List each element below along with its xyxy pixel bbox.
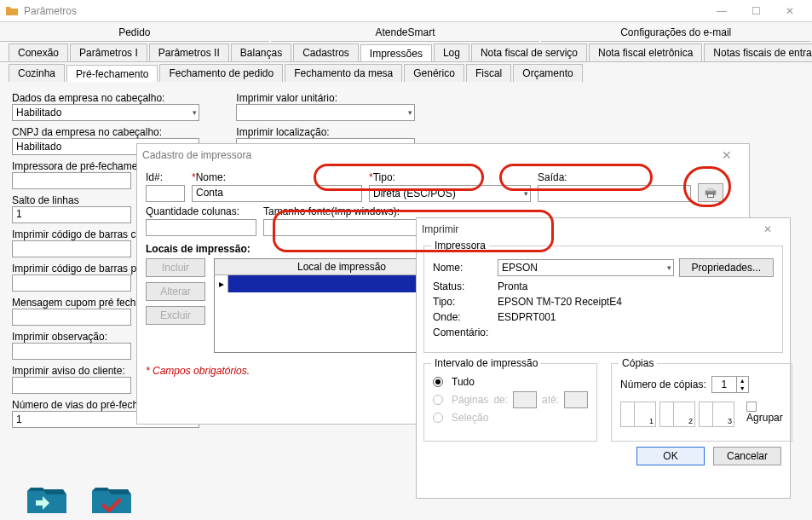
cnpj-cab-label: CNPJ da empresa no cabeçalho: <box>12 126 216 138</box>
copias-legend: Cópias <box>619 357 657 369</box>
tab-config-email[interactable]: Configurações do e-mail <box>541 24 810 42</box>
tab-generico[interactable]: Genérico <box>404 64 464 82</box>
imp-loc-label: Imprimir localização: <box>236 126 432 138</box>
msg-cupom-input[interactable] <box>12 309 131 326</box>
imp-valor-label: Imprimir valor unitário: <box>236 92 432 104</box>
tab-fechpedido[interactable]: Fechamento de pedido <box>159 64 283 82</box>
tabs-row2: Conexão Parâmetros I Parâmetros II Balan… <box>0 42 812 62</box>
tipo-label: Tipo: <box>433 296 492 308</box>
radio-paginas[interactable] <box>433 395 443 405</box>
radio-tudo[interactable] <box>433 377 443 387</box>
tab-param2[interactable]: Parâmetros II <box>149 43 229 61</box>
nome-label: Nome: <box>433 262 492 274</box>
imp-cod-cu-input[interactable] <box>12 240 131 257</box>
svg-rect-1 <box>707 188 713 192</box>
footer-icons <box>26 484 133 515</box>
coment-label: Comentário: <box>433 326 492 338</box>
salto-input[interactable]: 1 <box>12 206 131 223</box>
chevron-down-icon: ▾ <box>524 189 528 198</box>
save-folder-icon[interactable] <box>26 484 68 515</box>
tipo-select[interactable]: Direta (ESC/POS)▾ <box>369 185 531 202</box>
chevron-down-icon: ▾ <box>193 108 197 117</box>
imp-cod-pr-input[interactable] <box>12 274 131 292</box>
numcop-input[interactable]: 1 ▲▼ <box>711 376 749 393</box>
cancel-button[interactable]: Cancelar <box>713 447 781 465</box>
printer-select[interactable]: EPSON▾ <box>498 259 674 276</box>
print-dialog: Imprimir ✕ Impressora Nome: EPSON▾ Propr… <box>416 217 791 499</box>
spin-up-icon[interactable]: ▲ <box>736 377 748 384</box>
tab-prefechamento[interactable]: Pré-fechamento <box>66 65 158 82</box>
tipo-label: *Tipo: <box>369 171 531 183</box>
tab-pedido[interactable]: Pedido <box>0 24 269 42</box>
onde-label: Onde: <box>433 311 492 323</box>
page-icon: 1 <box>634 402 656 427</box>
tab-cadastros[interactable]: Cadastros <box>293 43 359 61</box>
saida-label: Saída: <box>538 171 691 183</box>
tab-fiscal[interactable]: Fiscal <box>466 64 511 82</box>
alterar-button[interactable]: Alterar <box>146 282 205 301</box>
de-input <box>513 391 537 408</box>
copies-icons: 1 1 2 2 3 3 <box>620 402 734 427</box>
cadastro-title: Cadastro de impressora <box>142 149 710 161</box>
tab-nfentrada[interactable]: Notas fiscais de entrada <box>704 43 812 61</box>
maximize-button[interactable]: ☐ <box>739 1 773 21</box>
radio-selecao[interactable] <box>433 413 443 423</box>
tab-impressoes[interactable]: Impressões <box>360 44 432 61</box>
tab-atendesmart[interactable]: AtendeSmart <box>271 24 540 42</box>
top-tabs: Pedido AtendeSmart Configurações do e-ma… <box>0 22 812 42</box>
cadastro-titlebar: Cadastro de impressora ✕ <box>137 144 749 166</box>
excluir-button[interactable]: Excluir <box>146 306 205 325</box>
main-title: Parâmetros <box>24 5 705 17</box>
tab-balancas[interactable]: Balanças <box>231 43 291 61</box>
print-titlebar: Imprimir ✕ <box>417 218 790 240</box>
chevron-down-icon: ▾ <box>667 263 671 272</box>
saida-input[interactable] <box>538 185 691 202</box>
id-input[interactable] <box>146 185 185 202</box>
properties-button[interactable]: Propriedades... <box>679 258 774 277</box>
chevron-down-icon: ▾ <box>408 108 412 117</box>
copias-group: Cópias Número de cópias: 1 ▲▼ 1 1 2 2 3 … <box>611 363 792 442</box>
imp-valor-select[interactable]: ▾ <box>236 104 415 121</box>
spin-down-icon[interactable]: ▼ <box>736 384 748 392</box>
print-title: Imprimir <box>422 223 751 235</box>
tabs-row3: Cozinha Pré-fechamento Fechamento de ped… <box>0 62 812 82</box>
print-close-button[interactable]: ✕ <box>751 219 785 240</box>
imp-obs-input[interactable] <box>12 343 131 360</box>
tab-fechmesa[interactable]: Fechamento da mesa <box>285 64 402 82</box>
tab-param1[interactable]: Parâmetros I <box>70 43 147 61</box>
nome-input[interactable]: Conta <box>192 185 362 202</box>
tab-nfe[interactable]: Nota fiscal eletrônica <box>589 43 702 61</box>
ate-input <box>564 391 588 408</box>
agrupar-label: Agrupar <box>746 412 783 424</box>
impressora-group: Impressora Nome: EPSON▾ Propriedades... … <box>423 246 783 353</box>
page-icon: 3 <box>712 402 734 427</box>
status-label: Status: <box>433 280 492 292</box>
page-icon: 2 <box>673 402 695 427</box>
impressora-legend: Impressora <box>431 240 489 251</box>
tab-nfservico[interactable]: Nota fiscal de serviço <box>471 43 587 61</box>
imp-pre-input[interactable] <box>12 172 131 189</box>
confirm-folder-icon[interactable] <box>90 484 133 515</box>
folder-icon <box>5 4 19 18</box>
ok-button[interactable]: OK <box>636 447 705 465</box>
incluir-button[interactable]: Incluir <box>146 258 205 277</box>
cadastro-close-button[interactable]: ✕ <box>710 145 744 165</box>
main-titlebar: Parâmetros — ☐ ✕ <box>0 0 812 22</box>
tab-orcamento[interactable]: Orçamento <box>513 64 582 82</box>
dados-cab-select[interactable]: Habilitado▾ <box>12 104 199 121</box>
minimize-button[interactable]: — <box>705 1 739 21</box>
tamfonte-label: Tamanho fonte(Imp windows): <box>263 205 417 217</box>
tamfonte-input[interactable] <box>263 219 417 236</box>
tab-log[interactable]: Log <box>434 43 469 61</box>
selecao-label: Seleção <box>452 412 488 424</box>
imp-aviso-input[interactable] <box>12 377 131 394</box>
printer-lookup-button[interactable] <box>698 183 723 202</box>
tab-conexao[interactable]: Conexão <box>9 43 68 61</box>
intervalo-legend: Intervalo de impressão <box>431 357 541 369</box>
numcop-label: Número de cópias: <box>620 378 706 390</box>
close-button[interactable]: ✕ <box>773 1 807 21</box>
qtdcol-input[interactable] <box>146 219 256 236</box>
intervalo-group: Intervalo de impressão Tudo Páginas de: … <box>423 363 597 442</box>
agrupar-checkbox[interactable] <box>746 402 757 412</box>
tab-cozinha[interactable]: Cozinha <box>9 64 65 82</box>
